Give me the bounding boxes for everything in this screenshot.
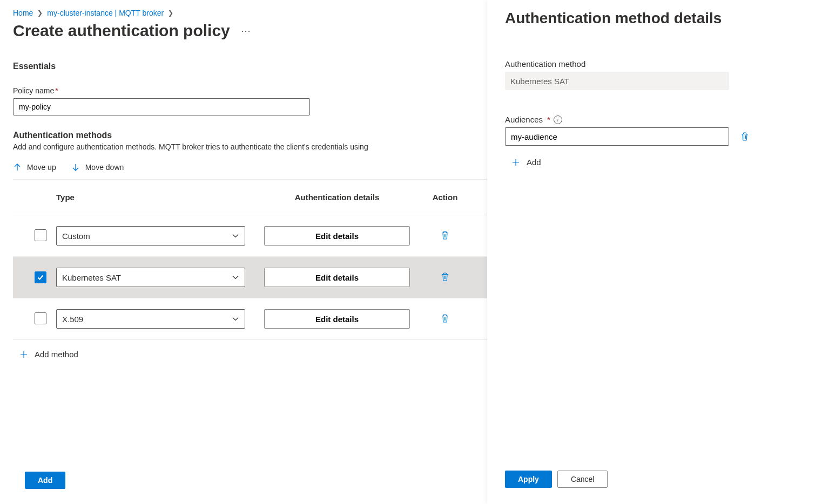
methods-heading: Authentication methods xyxy=(13,131,487,140)
arrow-down-icon xyxy=(71,163,80,172)
breadcrumb: Home ❯ my-cluster-instance | MQTT broker… xyxy=(13,9,487,17)
delete-button[interactable] xyxy=(440,230,450,240)
trash-icon xyxy=(440,230,450,240)
column-action: Action xyxy=(418,193,472,202)
delete-audience-button[interactable] xyxy=(740,132,750,141)
auth-method-value: Kubernetes SAT xyxy=(505,72,729,90)
plus-icon xyxy=(511,158,520,167)
chevron-right-icon: ❯ xyxy=(37,9,43,17)
required-star: * xyxy=(547,115,550,124)
move-down-label: Move down xyxy=(85,163,124,172)
table-row: Kubernetes SAT Edit details xyxy=(13,257,487,298)
row-checkbox[interactable] xyxy=(35,312,46,324)
add-button[interactable]: Add xyxy=(25,472,65,489)
chevron-down-icon xyxy=(232,274,239,281)
page-title-row: Create authentication policy ⋯ xyxy=(13,22,487,40)
required-star: * xyxy=(55,86,58,95)
add-audience-label: Add xyxy=(527,158,541,167)
details-panel: Authentication method details Authentica… xyxy=(487,0,822,504)
row-checkbox[interactable] xyxy=(35,229,46,241)
chevron-right-icon: ❯ xyxy=(168,9,173,17)
audience-input[interactable] xyxy=(505,127,729,146)
move-up-label: Move up xyxy=(27,163,56,172)
move-down-button[interactable]: Move down xyxy=(71,163,124,172)
page-title: Create authentication policy xyxy=(13,22,230,40)
move-up-button[interactable]: Move up xyxy=(13,163,56,172)
dropdown-value: X.509 xyxy=(62,315,83,324)
apply-button[interactable]: Apply xyxy=(505,471,552,488)
type-dropdown[interactable]: X.509 xyxy=(56,309,245,329)
type-dropdown[interactable]: Kubernetes SAT xyxy=(56,268,245,287)
column-details: Authentication details xyxy=(256,193,418,202)
info-icon[interactable]: i xyxy=(554,115,562,124)
audiences-label-row: Audiences * i xyxy=(505,115,805,124)
add-method-button[interactable]: Add method xyxy=(13,340,487,369)
chevron-down-icon xyxy=(232,315,239,323)
cancel-button[interactable]: Cancel xyxy=(557,471,608,488)
more-icon[interactable]: ⋯ xyxy=(239,23,253,39)
policy-name-label-text: Policy name xyxy=(13,86,54,95)
breadcrumb-home[interactable]: Home xyxy=(13,9,33,17)
edit-details-button[interactable]: Edit details xyxy=(264,268,410,287)
delete-button[interactable] xyxy=(440,314,450,323)
add-method-label: Add method xyxy=(35,350,78,359)
table-row: X.509 Edit details xyxy=(13,298,487,340)
arrow-up-icon xyxy=(13,163,22,172)
dropdown-value: Custom xyxy=(62,231,90,241)
trash-icon xyxy=(440,314,450,323)
policy-name-input[interactable] xyxy=(13,98,310,115)
edit-details-button[interactable]: Edit details xyxy=(264,226,410,246)
auth-method-label: Authentication method xyxy=(505,59,805,69)
bottom-bar: Add xyxy=(13,465,487,504)
trash-icon xyxy=(740,132,750,141)
policy-name-field: Policy name* xyxy=(13,86,487,115)
dropdown-value: Kubernetes SAT xyxy=(62,273,121,282)
add-audience-button[interactable]: Add xyxy=(505,153,805,171)
reorder-toolbar: Move up Move down xyxy=(13,162,487,180)
audience-row xyxy=(505,127,805,146)
essentials-heading: Essentials xyxy=(13,62,487,71)
delete-button[interactable] xyxy=(440,272,450,282)
edit-details-button[interactable]: Edit details xyxy=(264,309,410,329)
plus-icon xyxy=(19,350,28,359)
check-icon xyxy=(37,274,44,281)
type-dropdown[interactable]: Custom xyxy=(56,226,245,246)
chevron-down-icon xyxy=(232,232,239,240)
methods-desc: Add and configure authentication methods… xyxy=(13,142,487,151)
row-checkbox[interactable] xyxy=(35,271,46,283)
panel-title: Authentication method details xyxy=(505,10,805,27)
main-content: Home ❯ my-cluster-instance | MQTT broker… xyxy=(0,0,487,504)
policy-name-label: Policy name* xyxy=(13,86,487,95)
breadcrumb-resource[interactable]: my-cluster-instance | MQTT broker xyxy=(47,9,164,17)
column-type: Type xyxy=(56,193,256,202)
trash-icon xyxy=(440,272,450,282)
panel-footer: Apply Cancel xyxy=(505,462,805,491)
table-row: Custom Edit details xyxy=(13,215,487,257)
audiences-label: Audiences xyxy=(505,115,543,124)
table-header: Type Authentication details Action xyxy=(13,180,487,215)
